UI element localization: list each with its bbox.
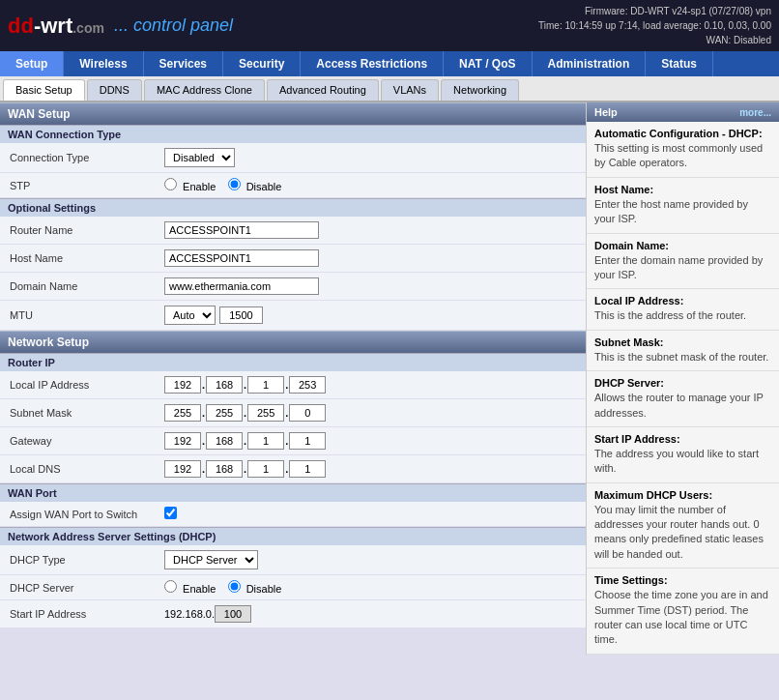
dns-2[interactable]: [206, 460, 243, 478]
router-name-input[interactable]: [164, 221, 319, 239]
help-item: Local IP Address:This is the address of …: [587, 289, 779, 330]
main-content: WAN Setup WAN Connection Type Connection…: [0, 102, 586, 655]
optional-settings-form: Router Name Host Name Domain Name: [0, 217, 586, 331]
nav-item-nat-/-qos[interactable]: NAT / QoS: [444, 51, 532, 76]
firmware-info: Firmware: DD-WRT v24-sp1 (07/27/08) vpn: [538, 4, 771, 18]
help-item: Automatic Configuration - DHCP:This sett…: [587, 122, 779, 178]
gateway-row: Gateway . . .: [0, 427, 586, 455]
nav-item-setup[interactable]: Setup: [0, 51, 64, 76]
stp-disable-label[interactable]: Disable: [228, 181, 282, 192]
help-item: DHCP Server:Allows the router to manage …: [587, 371, 779, 427]
local-ip-2[interactable]: [206, 376, 243, 394]
local-ip-4[interactable]: [289, 376, 326, 394]
subnet-mask-label: Subnet Mask: [0, 399, 155, 427]
help-item-desc: This setting is most commonly used by Ca…: [594, 141, 771, 171]
dns-4[interactable]: [289, 460, 326, 478]
help-item-title: Domain Name:: [594, 240, 771, 251]
connection-type-label: Connection Type: [0, 143, 155, 173]
subnav-item-mac-address-clone[interactable]: MAC Address Clone: [144, 79, 265, 101]
help-item-title: Time Settings:: [594, 574, 771, 586]
subnav-item-vlans[interactable]: VLANs: [381, 79, 439, 101]
mtu-row: MTU Auto: [0, 301, 586, 331]
assign-wan-checkbox[interactable]: [164, 507, 177, 519]
mtu-input[interactable]: [219, 306, 263, 324]
nav-item-wireless[interactable]: Wireless: [64, 51, 143, 76]
assign-wan-row: Assign WAN Port to Switch: [0, 502, 586, 527]
header: dd-wrt.com ... control panel Firmware: D…: [0, 0, 779, 51]
subnet-2[interactable]: [206, 404, 243, 422]
wan-setup-section: WAN Setup WAN Connection Type Connection…: [0, 102, 586, 198]
dhcp-disable-radio[interactable]: [228, 580, 241, 593]
help-item-title: Local IP Address:: [594, 295, 771, 306]
help-sidebar: Help more... Automatic Configuration - D…: [586, 102, 779, 655]
logo-wrt: wrt: [41, 14, 72, 38]
nav-bar: SetupWirelessServicesSecurityAccess Rest…: [0, 51, 779, 76]
time-info: Time: 10:14:59 up 7:14, load average: 0.…: [538, 18, 771, 33]
subnav-item-basic-setup[interactable]: Basic Setup: [3, 79, 85, 101]
dhcp-type-select[interactable]: DHCP Server: [164, 550, 258, 569]
subnav-item-ddns[interactable]: DDNS: [87, 79, 142, 101]
wan-port-header: WAN Port: [0, 483, 586, 502]
help-title: Help: [594, 106, 618, 118]
help-header: Help more...: [587, 102, 779, 122]
router-name-label: Router Name: [0, 217, 155, 245]
subnav-item-advanced-routing[interactable]: Advanced Routing: [267, 79, 379, 101]
stp-enable-label[interactable]: Enable: [164, 181, 218, 192]
optional-settings-section: Optional Settings Router Name Host Name …: [0, 198, 586, 331]
gateway-2[interactable]: [206, 432, 243, 450]
subnet-mask-group: . . .: [164, 404, 576, 422]
domain-name-input[interactable]: [164, 277, 319, 295]
local-ip-3[interactable]: [247, 376, 284, 394]
logo-area: dd-wrt.com ... control panel: [8, 14, 233, 39]
nav-item-administration[interactable]: Administration: [533, 51, 647, 76]
help-more-link[interactable]: more...: [739, 107, 771, 118]
connection-type-select[interactable]: Disabled: [164, 148, 235, 167]
wan-connection-type-header: WAN Connection Type: [0, 125, 586, 143]
gateway-3[interactable]: [247, 432, 284, 450]
help-item-desc: Choose the time zone you are in and Summ…: [594, 588, 771, 648]
header-info: Firmware: DD-WRT v24-sp1 (07/27/08) vpn …: [538, 4, 771, 47]
help-item-title: Subnet Mask:: [594, 336, 771, 348]
dhcp-enable-radio[interactable]: [164, 580, 177, 593]
dhcp-server-label: DHCP Server: [0, 575, 155, 600]
gateway-1[interactable]: [164, 432, 201, 450]
dhcp-enable-label[interactable]: Enable: [164, 583, 218, 595]
domain-name-label: Domain Name: [0, 273, 155, 301]
gateway-group: . . .: [164, 432, 576, 450]
nav-item-access-restrictions[interactable]: Access Restrictions: [301, 51, 444, 76]
help-item: Start IP Address:The address you would l…: [587, 427, 779, 483]
help-item: Time Settings:Choose the time zone you a…: [587, 569, 779, 655]
local-ip-1[interactable]: [164, 376, 201, 394]
wan-connection-form: Connection Type Disabled STP Enable: [0, 143, 586, 198]
subnet-3[interactable]: [247, 404, 284, 422]
subnav-item-networking[interactable]: Networking: [441, 79, 519, 101]
help-item: Host Name:Enter the host name provided b…: [587, 178, 779, 234]
router-name-row: Router Name: [0, 217, 586, 245]
start-ip-prefix: 192.168.0.: [164, 608, 215, 620]
gateway-4[interactable]: [289, 432, 326, 450]
help-item: Domain Name:Enter the domain name provid…: [587, 234, 779, 290]
subnet-4[interactable]: [289, 404, 326, 422]
help-item-title: Automatic Configuration - DHCP:: [594, 128, 771, 139]
wan-setup-header: WAN Setup: [0, 102, 586, 125]
router-ip-form: Local IP Address . . .: [0, 371, 586, 483]
dhcp-section-header: Network Address Server Settings (DHCP): [0, 527, 586, 545]
mtu-group: Auto: [164, 306, 576, 325]
host-name-input[interactable]: [164, 249, 319, 267]
wan-port-form: Assign WAN Port to Switch: [0, 502, 586, 527]
subnet-1[interactable]: [164, 404, 201, 422]
stp-enable-radio[interactable]: [164, 178, 177, 190]
dns-3[interactable]: [247, 460, 284, 478]
mtu-select[interactable]: Auto: [164, 306, 216, 325]
dns-1[interactable]: [164, 460, 201, 478]
nav-item-status[interactable]: Status: [646, 51, 713, 76]
start-ip-input[interactable]: [215, 605, 251, 623]
nav-item-security[interactable]: Security: [223, 51, 301, 76]
content-wrapper: WAN Setup WAN Connection Type Connection…: [0, 102, 779, 655]
dhcp-disable-label[interactable]: Disable: [228, 583, 282, 595]
router-ip-header: Router IP: [0, 353, 586, 371]
nav-item-services[interactable]: Services: [144, 51, 223, 76]
help-item-title: DHCP Server:: [594, 377, 771, 389]
local-ip-label: Local IP Address: [0, 371, 155, 399]
stp-disable-radio[interactable]: [228, 178, 241, 190]
